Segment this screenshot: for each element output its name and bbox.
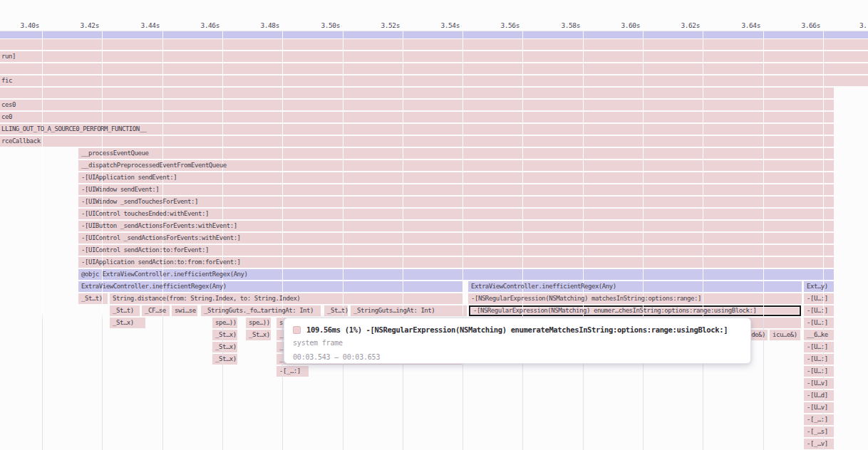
flame-bar-label: de&): [748, 330, 768, 340]
gridline: [643, 31, 644, 450]
flame-bar[interactable]: @objc ExtraViewController.inefficientReg…: [78, 269, 834, 280]
time-label: 3.56s: [498, 21, 520, 31]
flame-bar-label: _St…x): [110, 319, 134, 326]
flame-bar-label: _: [277, 331, 283, 338]
time-label: 3.60s: [619, 21, 640, 31]
selected-flame-bar[interactable]: -[NSRegularExpression(NSMatching) enumer…: [469, 305, 801, 316]
flame-bar-label: _St…t): [110, 307, 134, 314]
flame-bar-label: _StringGuts._fo…tartingAt: Int): [201, 307, 314, 314]
flame-bar[interactable]: ExtraViewController.inefficientRegex(Any…: [78, 281, 463, 292]
flame-bar-label: @objc ExtraViewController.inefficientReg…: [78, 271, 248, 278]
flame-bar[interactable]: -[UIWindow sendEvent:]: [78, 184, 834, 195]
flame-bar[interactable]: -[UIControl touchesEnded:withEvent:]: [78, 209, 834, 219]
flame-bar[interactable]: -[UIControl sendAction:to:forEvent:]: [78, 245, 834, 256]
flame-bar[interactable]: -[_…:]: [277, 366, 309, 377]
frame-color-swatch-icon: [293, 326, 301, 334]
time-label: 3.58s: [559, 21, 580, 31]
tooltip-title-row: 109.56ms (1%) -[NSRegularExpression(NSMa…: [293, 324, 742, 335]
flame-bar[interactable]: __6…ke: [804, 330, 834, 340]
flame-bar[interactable]: _StringGuts._fo…tartingAt: Int): [201, 305, 321, 316]
flame-bar-label: -[_…s]: [804, 428, 828, 435]
flame-bar[interactable]: -[U…:]: [804, 293, 834, 304]
flame-bar-label: s: [277, 319, 283, 326]
flame-bar-label: _St…x): [212, 355, 237, 362]
flame-bar-label: _CF…se: [142, 307, 166, 314]
flame-bar[interactable]: __processEventQueue: [78, 148, 834, 159]
flame-bar-label: -[U…:]: [804, 307, 828, 314]
flame-bar[interactable]: -[UIControl _sendActionsForEvents:withEv…: [78, 233, 834, 244]
flame-bar[interactable]: swi…se: [172, 305, 197, 316]
flame-bar[interactable]: [0, 88, 834, 98]
flame-bar[interactable]: -[U…:]: [804, 354, 834, 365]
flame-bar[interactable]: spe…)): [246, 318, 271, 328]
flame-bar[interactable]: -[U…:]: [804, 318, 834, 328]
flame-bar[interactable]: -[U…:]: [804, 305, 834, 316]
flame-bar[interactable]: -[UIApplication sendEvent:]: [78, 172, 834, 183]
flame-bar[interactable]: _St…t): [324, 305, 348, 316]
flame-bar[interactable]: _St…x): [212, 342, 237, 352]
flame-bar[interactable]: _St…x): [212, 354, 237, 365]
flame-bar[interactable]: -[_…v]: [804, 439, 834, 449]
flame-bar[interactable]: _St…x): [212, 330, 237, 340]
flame-bar[interactable]: -[_…s]: [804, 427, 834, 437]
flame-bar[interactable]: -[NSRegularExpression(NSMatching) matche…: [468, 293, 802, 304]
gridline: [463, 31, 463, 450]
flame-bar-label: rceCallback: [0, 137, 41, 145]
flame-bar[interactable]: spe…)): [212, 318, 237, 328]
flame-bar[interactable]: _St…x): [110, 318, 145, 328]
flame-bar[interactable]: -[_…:]: [804, 414, 834, 425]
flame-bar-label: -[U…:]: [804, 355, 828, 362]
flame-bar[interactable]: -[UIApplication sendAction:to:from:forEv…: [78, 257, 834, 268]
flame-bar[interactable]: [0, 63, 868, 74]
flame-bar[interactable]: _St…x): [246, 330, 271, 340]
flame-bar-label: String.distance(from: String.Index, to: …: [110, 295, 300, 302]
flame-bar-label: Ext…y): [804, 283, 828, 290]
flame-bar[interactable]: [0, 39, 868, 50]
flame-bar[interactable]: _CF…se: [142, 305, 170, 316]
flame-bar-label: spe…)): [212, 319, 237, 326]
flame-bar-label: ExtraViewController.inefficientRegex(Any…: [78, 283, 227, 290]
selection-band[interactable]: [0, 31, 868, 38]
flame-bar[interactable]: ce0: [0, 112, 834, 122]
time-label: 3.: [859, 21, 868, 31]
flame-bar-label: -[U…v]: [804, 380, 828, 387]
flame-bar[interactable]: Ext…y): [804, 281, 834, 292]
flame-bar[interactable]: LLING_OUT_TO_A_SOURCE0_PERFORM_FUNCTION_…: [0, 124, 834, 135]
flame-bar-label: -[U…:]: [804, 295, 828, 302]
flame-bar[interactable]: ces0: [0, 100, 834, 110]
gridline: [42, 31, 43, 450]
flame-bar-label: -[UIControl sendAction:to:forEvent:]: [78, 246, 209, 253]
flame-bar[interactable]: _St…t): [110, 305, 140, 316]
gridline: [823, 31, 824, 450]
flame-bar[interactable]: _StringGuts…ingAt: Int): [351, 305, 467, 316]
flame-bar[interactable]: ExtraViewController.inefficientRegex(Any…: [468, 281, 802, 292]
flame-bar[interactable]: -[UIButton _sendActionsForEvents:withEve…: [78, 221, 834, 231]
flame-bar[interactable]: _St…t): [78, 293, 108, 304]
time-label: 3.44s: [138, 21, 160, 31]
flame-bar-label: swi…se: [172, 307, 196, 314]
flame-bar-label: _St…x): [212, 331, 237, 338]
flame-bar[interactable]: rceCallback: [0, 136, 834, 147]
time-label: 3.42s: [78, 21, 99, 31]
flame-bar-label: __processEventQueue: [78, 150, 148, 157]
tooltip-title: 109.56ms (1%) -[NSRegularExpression(NSMa…: [306, 325, 728, 334]
flame-bar[interactable]: -[U…:]: [804, 366, 834, 377]
flame-bar-label: -[U…:]: [804, 367, 828, 375]
flame-bar[interactable]: -[UIWindow _sendTouchesForEvent:]: [78, 197, 834, 207]
flame-bar[interactable]: icu…e&): [770, 330, 800, 340]
flame-bar-label: -[UIControl touchesEnded:withEvent:]: [78, 210, 209, 217]
flame-bar[interactable]: -[U…v]: [804, 378, 834, 389]
flame-bar[interactable]: -[U…:]: [804, 342, 834, 352]
time-label: 3.50s: [319, 21, 340, 31]
flame-bar[interactable]: run]: [0, 51, 868, 62]
gridline: [522, 31, 523, 450]
flame-bar[interactable]: -[U…d]: [804, 390, 834, 401]
flame-bar-label: -[_…:]: [804, 416, 828, 423]
gridline: [763, 31, 764, 450]
flame-bar-label: spe…)): [246, 319, 270, 326]
flame-bar[interactable]: fic: [0, 75, 868, 86]
tooltip-frame-kind: system frame: [293, 335, 742, 350]
flame-bar[interactable]: __dispatchPreprocessedEventFromEventQueu…: [78, 160, 834, 171]
flame-bar-label: -[_…v]: [804, 440, 828, 447]
flame-bar[interactable]: -[U…v]: [804, 402, 834, 413]
